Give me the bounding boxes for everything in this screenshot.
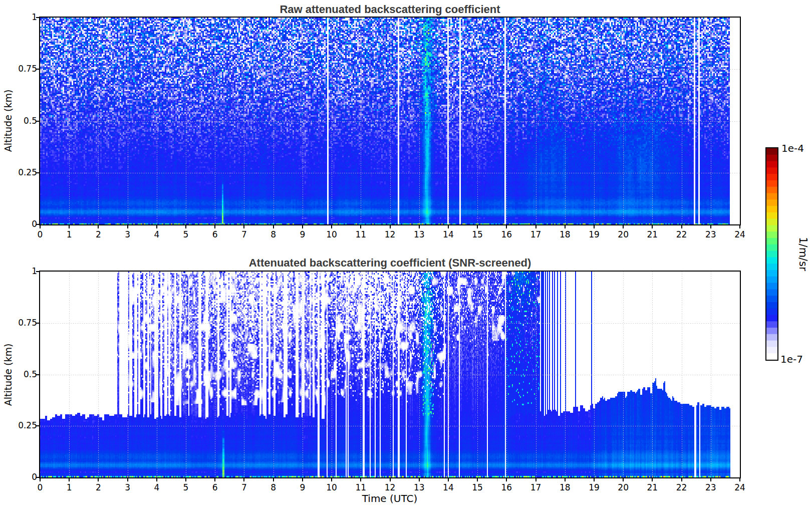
x-tick-mark xyxy=(419,225,420,228)
x-tick-label: 16 xyxy=(501,229,512,239)
x-tick-label: 7 xyxy=(241,229,247,239)
x-tick-label: 24 xyxy=(734,229,745,239)
x-tick-label: 22 xyxy=(676,229,687,239)
x-tick-label: 7 xyxy=(241,482,247,492)
raw-heatmap-canvas xyxy=(40,18,740,224)
x-tick-mark xyxy=(681,225,682,228)
x-tick-label: 8 xyxy=(270,482,276,492)
x-tick-mark xyxy=(185,225,186,228)
x-tick-mark xyxy=(331,225,332,228)
x-tick-mark xyxy=(302,478,303,481)
x-tick-label: 19 xyxy=(589,482,600,492)
x-tick-mark xyxy=(185,478,186,481)
x-tick-label: 19 xyxy=(589,229,600,239)
x-tick-label: 1 xyxy=(67,229,72,239)
x-tick-mark xyxy=(652,478,653,481)
x-tick-label: 13 xyxy=(414,229,425,239)
x-tick-label: 15 xyxy=(472,229,483,239)
x-tick-mark xyxy=(652,225,653,228)
y-tick-label: 0.75 xyxy=(2,64,37,74)
x-tick-label: 11 xyxy=(355,229,366,239)
x-tick-mark xyxy=(156,225,157,228)
x-tick-mark xyxy=(477,478,478,481)
screened-heatmap-canvas xyxy=(40,272,740,477)
x-tick-label: 20 xyxy=(618,229,629,239)
x-tick-label: 0 xyxy=(38,229,43,239)
x-tick-mark xyxy=(360,225,361,228)
x-tick-mark xyxy=(390,478,391,481)
x-tick-mark xyxy=(331,478,332,481)
colorbar-min-label: 1e-7 xyxy=(780,353,803,365)
x-tick-mark xyxy=(214,478,215,481)
x-tick-label: 16 xyxy=(501,482,512,492)
x-tick-mark xyxy=(127,478,128,481)
x-tick-mark xyxy=(565,478,566,481)
x-tick-mark xyxy=(69,478,70,481)
x-tick-label: 10 xyxy=(326,229,337,239)
y-tick-label: 0.25 xyxy=(2,167,37,177)
x-tick-label: 1 xyxy=(67,482,72,492)
y-tick-label: 0 xyxy=(2,472,37,482)
x-tick-label: 20 xyxy=(618,482,629,492)
x-tick-mark xyxy=(69,225,70,228)
x-tick-mark xyxy=(156,478,157,481)
x-tick-mark xyxy=(477,225,478,228)
x-tick-label: 21 xyxy=(647,482,658,492)
x-tick-label: 12 xyxy=(385,229,396,239)
x-tick-label: 9 xyxy=(300,482,305,492)
x-tick-label: 4 xyxy=(154,229,159,239)
x-tick-mark xyxy=(594,225,595,228)
x-tick-label: 18 xyxy=(560,482,571,492)
x-tick-mark xyxy=(594,478,595,481)
x-tick-label: 3 xyxy=(125,482,130,492)
screened-plot-title: Attenuated backscattering coefficient (S… xyxy=(40,257,740,270)
screened-plot-frame xyxy=(39,271,741,478)
x-tick-label: 10 xyxy=(326,482,337,492)
colorbar-frame xyxy=(765,147,778,361)
x-tick-label: 18 xyxy=(560,229,571,239)
x-tick-label: 4 xyxy=(154,482,159,492)
x-tick-mark xyxy=(273,225,274,228)
x-tick-label: 5 xyxy=(183,482,189,492)
x-tick-mark xyxy=(448,478,449,481)
y-tick-label: 0 xyxy=(2,219,37,229)
x-tick-mark xyxy=(506,225,507,228)
colorbar-unit-label: 1/m/sr xyxy=(797,237,809,271)
x-tick-mark xyxy=(565,225,566,228)
y-tick-label: 0.5 xyxy=(2,369,37,379)
raw-plot-frame xyxy=(39,17,741,225)
x-tick-mark xyxy=(243,225,244,228)
raw-plot-title: Raw attenuated backscattering coefficien… xyxy=(40,3,740,16)
x-tick-mark xyxy=(302,225,303,228)
x-tick-label: 2 xyxy=(96,482,101,492)
x-tick-mark xyxy=(273,478,274,481)
x-tick-mark xyxy=(535,478,536,481)
x-tick-mark xyxy=(127,225,128,228)
colorbar-max-label: 1e-4 xyxy=(781,142,804,154)
x-tick-label: 0 xyxy=(38,482,43,492)
x-tick-label: 22 xyxy=(676,482,687,492)
x-tick-mark xyxy=(448,225,449,228)
x-tick-mark xyxy=(243,478,244,481)
time-xlabel: Time (UTC) xyxy=(362,492,418,504)
y-tick-label: 0.5 xyxy=(2,116,37,126)
x-tick-label: 8 xyxy=(270,229,276,239)
x-tick-mark xyxy=(739,478,740,481)
x-tick-mark xyxy=(506,478,507,481)
x-tick-label: 2 xyxy=(96,229,101,239)
x-tick-label: 12 xyxy=(385,482,396,492)
x-tick-mark xyxy=(214,225,215,228)
x-tick-label: 13 xyxy=(414,482,425,492)
x-tick-label: 6 xyxy=(212,482,218,492)
x-tick-mark xyxy=(98,478,99,481)
x-tick-label: 23 xyxy=(705,229,716,239)
colorbar-canvas xyxy=(766,148,777,360)
x-tick-mark xyxy=(535,225,536,228)
x-tick-mark xyxy=(681,478,682,481)
x-tick-mark xyxy=(98,225,99,228)
y-tick-label: 1 xyxy=(2,12,37,22)
x-tick-label: 14 xyxy=(443,229,454,239)
x-tick-label: 9 xyxy=(300,229,305,239)
y-tick-label: 1 xyxy=(2,266,37,276)
x-tick-label: 11 xyxy=(355,482,366,492)
